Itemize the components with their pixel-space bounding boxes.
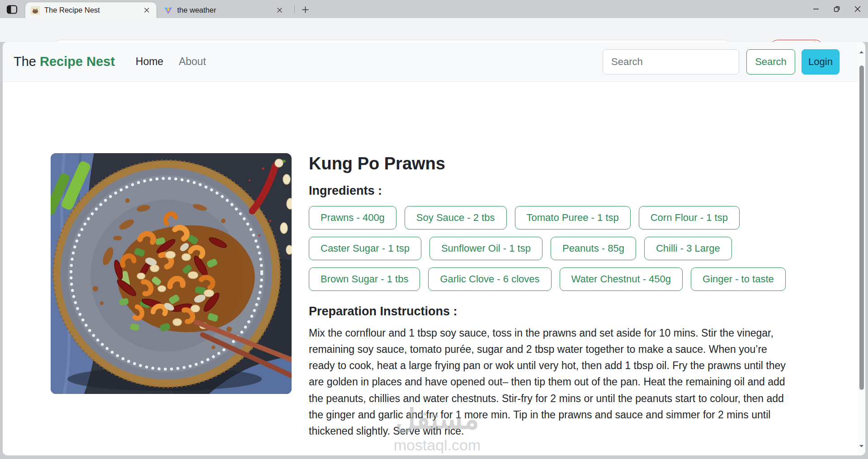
ingredients-heading: Ingredients : — [309, 184, 793, 198]
ingredient-row: Prawns - 400g Soy Sauce - 2 tbs Tomato P… — [309, 206, 793, 230]
recipe-details: Kung Po Prawns Ingredients : Prawns - 40… — [309, 153, 793, 440]
search-input[interactable] — [603, 49, 739, 75]
tab-title: The Recipe Nest — [44, 6, 141, 14]
search-button[interactable]: Search — [746, 49, 795, 75]
tab-workspaces-icon[interactable] — [5, 3, 18, 16]
tab-close-icon[interactable] — [141, 5, 152, 16]
recipe-title: Kung Po Prawns — [309, 153, 793, 175]
scroll-down-icon[interactable] — [859, 443, 864, 449]
logo-prefix: The — [14, 54, 36, 69]
nav-link-about[interactable]: About — [179, 56, 206, 68]
browser-tab-weather[interactable]: the weather — [158, 2, 289, 18]
recipe-nest-favicon — [31, 6, 40, 15]
recipe-main: Kung Po Prawns Ingredients : Prawns - 40… — [3, 82, 865, 440]
ingredient-chip[interactable]: Peanuts - 85g — [551, 237, 636, 260]
ingredient-chip[interactable]: Soy Sauce - 2 tbs — [405, 206, 507, 230]
ingredient-chip[interactable]: Prawns - 400g — [309, 206, 396, 230]
site-logo[interactable]: The Recipe Nest — [14, 54, 115, 69]
vite-favicon — [164, 6, 173, 15]
instructions-heading: Preparation Instructions : — [309, 304, 793, 318]
instructions-text: Mix the cornflour and 1 tbsp soy sauce, … — [309, 325, 792, 440]
site-header: The Recipe Nest Home About Search Login — [3, 42, 865, 82]
ingredient-chip[interactable]: Garlic Clove - 6 cloves — [428, 267, 551, 291]
ingredient-row: Brown Sugar - 1 tbs Garlic Clove - 6 clo… — [309, 267, 793, 291]
ingredient-chip[interactable]: Corn Flour - 1 tsp — [639, 206, 740, 230]
ingredient-chip[interactable]: Chilli - 3 Large — [644, 237, 732, 260]
tab-divider — [294, 5, 295, 14]
ingredient-chip[interactable]: Brown Sugar - 1 tbs — [309, 267, 420, 291]
page-scrollbar[interactable] — [858, 42, 865, 455]
browser-toolbar: https://cooking-recipes-ten.vercel.app/s… — [0, 18, 868, 42]
browser-titlebar: The Recipe Nest the weather — [0, 0, 868, 18]
logo-accent: Recipe Nest — [40, 54, 115, 69]
restore-icon[interactable] — [826, 0, 847, 18]
ingredient-chip[interactable]: Sunflower Oil - 1 tsp — [429, 237, 542, 260]
ingredient-chip[interactable]: Caster Sugar - 1 tsp — [309, 237, 421, 260]
tab-title: the weather — [177, 6, 274, 14]
minimize-icon[interactable] — [806, 0, 826, 18]
ingredient-row: Caster Sugar - 1 tsp Sunflower Oil - 1 t… — [309, 237, 793, 260]
close-window-icon[interactable] — [847, 0, 868, 18]
tab-close-icon[interactable] — [274, 5, 285, 16]
nav-link-home[interactable]: Home — [136, 56, 163, 68]
recipe-photo — [51, 153, 292, 394]
browser-tab-recipe-nest[interactable]: The Recipe Nest — [25, 2, 156, 18]
site-nav: Home About — [136, 56, 206, 68]
new-tab-icon[interactable] — [299, 4, 311, 15]
login-button[interactable]: Login — [802, 49, 840, 75]
window-controls — [806, 0, 868, 18]
ingredient-chip[interactable]: Ginger - to taste — [691, 267, 786, 291]
ingredient-chip[interactable]: Tomato Puree - 1 tsp — [515, 206, 631, 230]
scrollbar-thumb[interactable] — [859, 66, 864, 390]
scroll-up-icon[interactable] — [859, 49, 864, 55]
web-page: The Recipe Nest Home About Search Login — [3, 42, 865, 455]
ingredient-chip[interactable]: Water Chestnut - 450g — [560, 267, 683, 291]
